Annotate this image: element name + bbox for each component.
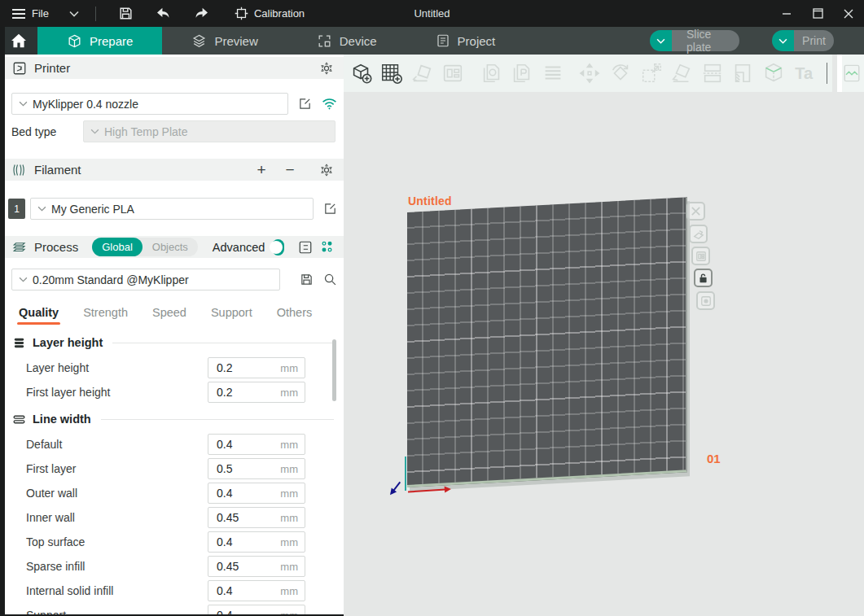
titlebar-divider [95,7,96,21]
rotate-icon [607,60,634,87]
axis-y-line [405,457,406,491]
process-preset-select[interactable]: 0.20mm Standard @MyKlipper [11,269,280,291]
close-button[interactable] [833,0,864,27]
plate-settings-button[interactable] [696,291,715,310]
axis-x-arrow [408,488,445,492]
window-left-edge [0,27,5,616]
printer-preset-select[interactable]: MyKlipper 0.4 nozzle [11,93,288,115]
parameter-table-icon[interactable] [320,240,334,254]
line-width-internal-solid-infill-input[interactable] [208,584,265,597]
search-preset-icon[interactable] [323,273,337,286]
printer-section-title: Printer [34,61,70,75]
file-menu[interactable]: File [11,7,79,20]
wifi-connection-icon[interactable] [322,98,337,110]
objects-list-icon[interactable] [298,240,313,255]
home-button[interactable] [0,27,37,55]
filament-preset-select[interactable]: My Generic PLA [30,198,314,220]
tab-quality[interactable]: Quality [19,306,59,325]
arrange-plate-button[interactable] [689,225,708,243]
filament-preset-value: My Generic PLA [51,203,134,216]
print-options-chevron[interactable] [772,30,794,51]
unit-label: mm [280,439,305,451]
print-button[interactable]: Print [794,30,834,51]
remove-filament-button[interactable]: − [279,161,300,179]
tab-prepare[interactable]: Prepare [37,27,162,55]
move-icon [577,60,603,87]
filament-slot-badge[interactable]: 1 [8,199,25,219]
param-label: Sparse infill [26,560,208,573]
tab-preview-label: Preview [214,34,257,48]
param-label: Default [26,438,208,451]
cut-icon [700,60,726,87]
plate-name-label[interactable]: Untitled [408,194,452,208]
lock-plate-button[interactable] [694,269,713,287]
param-label: First layer [26,462,208,475]
save-icon [118,6,134,21]
build-plate[interactable] [407,197,687,487]
save-preset-icon[interactable] [300,273,314,286]
viewport-toolbar: Ta [344,55,832,92]
redo-icon [193,7,209,20]
maximize-button[interactable] [802,0,833,27]
scope-objects[interactable]: Objects [143,238,198,256]
assembly-list-icon [540,60,566,87]
line-width-sparse-infill-input[interactable] [208,560,265,573]
plate-number-label: 01 [707,452,721,465]
titlebar: File [0,0,864,27]
first-layer-height-input[interactable] [208,386,265,399]
advanced-label: Advanced [213,241,265,254]
unit-label: mm [280,487,305,500]
plate-layout-button[interactable] [691,247,710,265]
add-object-icon[interactable] [349,60,375,87]
unit-label: mm [280,387,305,399]
unit-label: mm [280,561,305,573]
line-width-default-input[interactable] [208,438,265,451]
add-plate-icon[interactable] [379,60,406,87]
redo-button[interactable] [187,3,215,24]
home-icon [11,33,27,48]
viewport-3d[interactable]: Ta Untitled 01 [344,55,864,616]
layer-height-icon [12,337,26,349]
filament-settings-gear-icon[interactable] [319,163,334,177]
line-width-first-layer-input[interactable] [208,462,265,475]
line-width-outer-wall-input[interactable] [208,487,265,500]
tab-speed[interactable]: Speed [152,306,186,325]
line-width-top-surface-input[interactable] [208,535,265,548]
tab-preview[interactable]: Preview [162,27,287,55]
tab-others[interactable]: Others [277,306,313,325]
unit-label: mm [280,585,305,597]
chevron-down-icon [37,206,46,212]
hamburger-icon [11,8,26,20]
bed-type-value: High Temp Plate [104,125,187,138]
add-filament-button[interactable]: + [251,161,272,179]
delete-plate-button[interactable] [686,202,705,221]
tab-device[interactable]: Device [287,27,406,55]
settings-sidebar: Printer MyKlipper 0.4 nozzle [0,55,344,616]
edit-printer-icon[interactable] [298,97,312,111]
bed-type-label: Bed type [11,125,83,138]
advanced-toggle[interactable] [272,239,284,256]
slice-options-chevron[interactable] [650,30,672,51]
save-button[interactable] [112,3,140,24]
scope-global[interactable]: Global [92,238,143,256]
param-label: First layer height [26,386,208,399]
chevron-down-icon [19,277,28,282]
tab-project[interactable]: Project [406,27,525,55]
slice-plate-button[interactable]: Slice plate [672,30,739,51]
param-row: First layer height mm [5,382,344,403]
undo-button[interactable] [150,3,178,24]
bed-type-select[interactable]: High Temp Plate [83,120,336,142]
printer-settings-gear-icon[interactable] [319,61,334,76]
line-width-inner-wall-input[interactable] [208,511,265,524]
tab-strength[interactable]: Strength [83,306,128,325]
minimize-button[interactable] [771,0,802,27]
layer-height-input[interactable] [208,361,265,374]
tab-support[interactable]: Support [211,306,252,325]
edit-filament-icon[interactable] [323,202,337,216]
assembly-view-icon [839,60,864,87]
process-scope-toggle[interactable]: Global Objects [92,238,198,256]
sidebar-scrollbar[interactable] [332,339,336,401]
text-tool-icon: Ta [791,60,817,87]
scene-3d[interactable]: Untitled 01 [344,92,864,616]
calibration-button[interactable]: Calibration [235,7,305,20]
